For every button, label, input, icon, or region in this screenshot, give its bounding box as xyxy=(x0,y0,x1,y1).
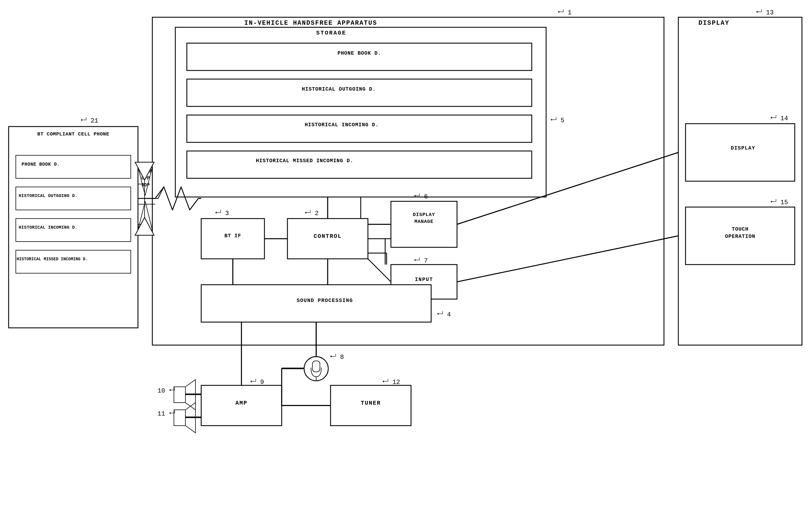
svg-line-89 xyxy=(457,236,678,282)
ref-8: ⮠ 8 xyxy=(330,353,344,361)
svg-rect-9 xyxy=(16,218,131,242)
display-inner-label: DISPLAY xyxy=(704,145,782,151)
historical-missed-label: HISTORICAL MISSED INCOMING D. xyxy=(256,158,353,164)
svg-rect-8 xyxy=(16,187,131,210)
sound-processing-label: SOUND PROCESSING xyxy=(238,298,411,303)
ref-3: ⮠ 3 xyxy=(215,209,229,217)
ref-11: 11 ⮠ xyxy=(158,410,175,417)
svg-line-29 xyxy=(457,236,678,282)
svg-point-63 xyxy=(304,357,328,381)
svg-rect-3 xyxy=(187,79,532,106)
svg-line-37 xyxy=(155,187,164,198)
svg-rect-14 xyxy=(201,218,264,259)
bt-hist-incoming-label: HISTORICAL INCOMING D. xyxy=(19,225,77,230)
storage-label: STORAGE xyxy=(316,30,346,36)
svg-rect-4 xyxy=(187,115,532,142)
svg-line-54 xyxy=(457,153,678,224)
display-outer-label: DISPLAY xyxy=(698,19,729,27)
diagram-container: IN-VEHICLE HANDSFREE APPARATUS ⮠ 1 STORA… xyxy=(0,0,812,526)
tuner-label: TUNER xyxy=(348,400,394,407)
amp-label: AMP xyxy=(221,400,262,407)
ref-5: ⮠ 5 xyxy=(550,116,564,124)
svg-rect-0 xyxy=(153,17,664,345)
bt-if-label: BT IF xyxy=(210,233,256,239)
svg-line-24 xyxy=(368,259,391,282)
svg-rect-64 xyxy=(313,361,320,372)
svg-marker-58 xyxy=(174,410,185,426)
bt-phone-book-label: PHONE BOOK D. xyxy=(21,162,60,167)
ref-10: 10 ⮠ xyxy=(158,387,175,395)
historical-incoming-label: HISTORICAL INCOMING D. xyxy=(305,122,379,128)
svg-line-28 xyxy=(457,153,678,224)
ref-1: ⮠ 1 xyxy=(557,9,571,16)
svg-line-38 xyxy=(164,187,172,210)
svg-marker-44 xyxy=(138,201,153,230)
historical-outgoing-label: HISTORICAL OUTGOING D. xyxy=(302,86,376,92)
svg-rect-2 xyxy=(187,43,532,70)
svg-line-39 xyxy=(172,187,181,210)
ref-6: ⮠ 6 xyxy=(414,193,428,200)
phone-book-d-label: PHONE BOOK D. xyxy=(337,50,381,56)
svg-line-79 xyxy=(457,236,678,282)
bt-phone-label: BT COMPLIANT CELL PHONE xyxy=(12,131,135,138)
svg-marker-59 xyxy=(185,403,195,433)
ref-4: ⮠ 4 xyxy=(437,311,451,318)
svg-rect-5 xyxy=(187,151,532,178)
svg-rect-10 xyxy=(16,250,131,273)
svg-line-78 xyxy=(457,153,678,224)
svg-marker-56 xyxy=(185,380,195,410)
speakers-svg xyxy=(0,0,812,526)
svg-rect-12 xyxy=(685,124,795,181)
svg-line-41 xyxy=(190,198,198,210)
svg-line-88 xyxy=(457,153,678,224)
apparatus-label: IN-VEHICLE HANDSFREE APPARATUS xyxy=(244,19,377,27)
connections-svg xyxy=(0,0,812,526)
svg-rect-18 xyxy=(201,285,431,322)
svg-marker-83 xyxy=(135,217,154,235)
display-manage-label: DISPLAYMANAGE xyxy=(395,211,453,225)
control-label: CONTROL xyxy=(299,233,357,240)
svg-rect-11 xyxy=(678,17,802,345)
bt-hist-outgoing-label: HISTORICAL OUTGOING D. xyxy=(19,194,77,198)
touch-operation-label: TOUCHOPERATION xyxy=(696,226,785,240)
bt-hist-missed-label: HISTORICAL MISSED INCOMING D. xyxy=(17,257,88,261)
svg-point-50 xyxy=(305,357,328,380)
svg-line-40 xyxy=(181,187,190,210)
ref-14: ⮠ 14 xyxy=(770,114,788,122)
ref-7: ⮠ 7 xyxy=(414,257,428,265)
svg-marker-55 xyxy=(174,387,185,403)
ref-12: ⮠ 12 xyxy=(382,378,400,386)
ref-15: ⮠ 15 xyxy=(770,198,788,206)
ref-13: ⮠ 13 xyxy=(756,9,774,16)
protocols-label: HFPPBAPOPPSDP xyxy=(141,161,153,189)
ref-21: ⮠ 21 xyxy=(81,117,98,125)
ref-9: ⮠ 9 xyxy=(250,378,264,386)
input-label: INPUT xyxy=(401,277,447,282)
ref-2: ⮠ 2 xyxy=(305,209,318,217)
